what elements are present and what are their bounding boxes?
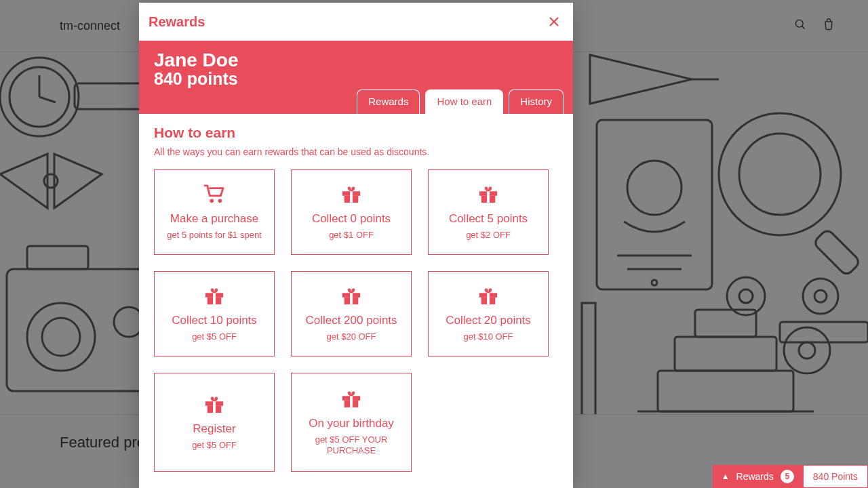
card-sub: get $10 OFF [464,331,513,342]
rewards-bar-toggle[interactable]: ▲ Rewards 5 [713,465,803,488]
card-sub: get $5 OFF [192,440,237,451]
svg-point-37 [218,199,222,203]
rewards-bar[interactable]: ▲ Rewards 5 840 Points [713,465,868,488]
svg-rect-52 [487,293,490,304]
svg-rect-58 [350,396,353,407]
svg-rect-40 [350,191,353,203]
rewards-bar-points[interactable]: 840 Points [803,465,868,488]
user-points: 840 points [154,70,558,89]
gift-icon [203,394,226,417]
card-title: Collect 10 points [172,314,257,327]
modal-title: Rewards [149,14,205,30]
close-button[interactable] [545,12,564,31]
user-banner: Jane Doe 840 points Rewards How to earn … [139,41,573,114]
card-title: Make a purchase [170,212,258,226]
gift-icon [340,184,363,207]
chevron-up-icon: ▲ [722,472,730,481]
tabs: Rewards How to earn History [357,89,564,114]
card-title: Register [193,422,235,436]
card-sub: get $5 OFF YOUR PURCHASE [297,434,406,457]
gift-icon [477,184,500,207]
body-title: How to earn [154,125,558,141]
card-sub: get $20 OFF [327,331,376,342]
svg-point-36 [210,199,214,203]
earn-card[interactable]: Make a purchase get 5 points for $1 spen… [154,169,275,255]
modal-body: How to earn All the ways you can earn re… [139,114,573,488]
gift-icon [203,285,226,308]
svg-rect-49 [350,293,353,304]
svg-rect-46 [213,293,216,304]
rewards-bar-badge: 5 [781,470,794,483]
card-sub: get $5 OFF [192,331,237,342]
close-icon [548,16,560,28]
earn-cards: Make a purchase get 5 points for $1 spen… [154,169,558,472]
tab-history[interactable]: History [509,89,564,114]
earn-card[interactable]: Collect 5 points get $2 OFF [428,169,549,255]
earn-card[interactable]: Collect 200 points get $20 OFF [291,271,412,357]
card-title: Collect 200 points [305,314,397,327]
user-name: Jane Doe [154,50,558,70]
card-sub: get 5 points for $1 spent [167,230,261,241]
card-sub: get $2 OFF [466,230,511,241]
earn-card[interactable]: Collect 20 points get $10 OFF [428,271,549,357]
modal-header: Rewards [139,3,573,41]
rewards-modal: Rewards Jane Doe 840 points Rewards How … [139,3,573,488]
earn-card[interactable]: Collect 10 points get $5 OFF [154,271,275,357]
tab-rewards[interactable]: Rewards [357,89,420,114]
earn-card[interactable]: Register get $5 OFF [154,373,275,472]
card-sub: get $1 OFF [329,230,374,241]
card-title: Collect 5 points [449,212,528,226]
gift-icon [477,285,500,308]
tab-how-to-earn[interactable]: How to earn [425,89,503,114]
earn-card[interactable]: Collect 0 points get $1 OFF [291,169,412,255]
gift-icon [340,388,363,411]
cart-icon [203,184,226,207]
rewards-bar-label: Rewards [736,471,774,482]
svg-rect-43 [487,191,490,203]
earn-card[interactable]: On your birthday get $5 OFF YOUR PURCHAS… [291,373,412,472]
body-subtitle: All the ways you can earn rewards that c… [154,146,558,157]
card-title: Collect 0 points [312,212,391,226]
svg-rect-55 [213,401,216,413]
card-title: Collect 20 points [446,314,531,327]
card-title: On your birthday [309,417,394,430]
gift-icon [340,285,363,308]
